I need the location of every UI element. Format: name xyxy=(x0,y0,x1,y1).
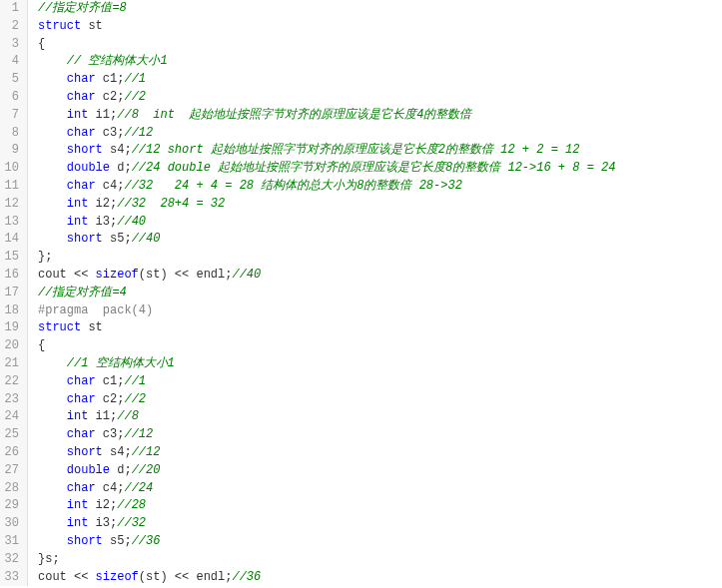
code-token: { xyxy=(38,338,45,352)
code-line: }; xyxy=(38,249,722,267)
code-line: char c1;//1 xyxy=(38,71,722,89)
line-number: 14 xyxy=(4,231,19,249)
code-line: //1 空结构体大小1 xyxy=(38,355,722,373)
code-token: //12 xyxy=(132,445,161,459)
line-number-gutter: 1234567891011121314151617181920212223242… xyxy=(0,0,28,586)
code-line: //指定对齐值=4 xyxy=(38,285,722,302)
code-line: short s5;//40 xyxy=(38,231,722,249)
code-line: short s5;//36 xyxy=(38,533,722,551)
code-token xyxy=(38,143,67,157)
code-token: c1; xyxy=(96,374,125,388)
line-number: 29 xyxy=(4,497,19,515)
code-token xyxy=(38,179,67,193)
code-token: //32 24 + 4 = 28 结构体的总大小为8的整数倍 28->32 xyxy=(124,179,461,193)
line-number: 26 xyxy=(4,444,19,462)
code-token: d; xyxy=(110,463,132,477)
line-number: 1 xyxy=(4,0,19,18)
line-number: 17 xyxy=(4,285,19,302)
code-token: short xyxy=(67,143,103,157)
code-token xyxy=(38,534,67,548)
code-line: struct st xyxy=(38,319,722,337)
code-line: double d;//20 xyxy=(38,462,722,480)
code-token xyxy=(38,392,67,406)
code-line: int i3;//40 xyxy=(38,214,722,232)
code-line: int i2;//28 xyxy=(38,497,722,515)
code-token xyxy=(38,108,67,122)
code-token: struct xyxy=(38,320,81,334)
code-line: char c2;//2 xyxy=(38,89,722,107)
code-line: { xyxy=(38,337,722,355)
code-token: sizeof xyxy=(96,268,139,282)
line-number: 3 xyxy=(4,36,19,54)
line-number: 9 xyxy=(4,142,19,160)
code-token: //36 xyxy=(132,534,161,548)
code-token: int xyxy=(67,197,89,211)
code-token: char xyxy=(67,481,96,495)
line-number: 16 xyxy=(4,267,19,285)
line-number: 12 xyxy=(4,196,19,214)
code-line: int i1;//8 int 起始地址按照字节对齐的原理应该是它长度4的整数倍 xyxy=(38,107,722,125)
code-token xyxy=(38,215,67,229)
code-token xyxy=(38,197,67,211)
code-line: cout << sizeof(st) << endl;//40 xyxy=(38,267,722,285)
code-line: { xyxy=(38,36,722,54)
line-number: 2 xyxy=(4,18,19,36)
code-line: char c4;//24 xyxy=(38,480,722,498)
code-token: //12 xyxy=(124,126,153,140)
code-token: char xyxy=(67,90,96,104)
code-token: //1 空结构体大小1 xyxy=(67,356,175,370)
code-token: cout << xyxy=(38,268,96,282)
code-token: i1; xyxy=(88,108,117,122)
code-token: //8 xyxy=(117,409,139,423)
code-token: s4; xyxy=(103,143,132,157)
code-token: char xyxy=(67,374,96,388)
code-token: //指定对齐值=8 xyxy=(38,1,127,15)
code-token: //20 xyxy=(132,463,161,477)
line-number: 31 xyxy=(4,533,19,551)
code-line: int i2;//32 28+4 = 32 xyxy=(38,196,722,214)
code-token: short xyxy=(67,232,103,246)
code-token: double xyxy=(67,161,110,175)
code-token: c3; xyxy=(96,126,125,140)
code-token: }; xyxy=(38,250,52,264)
code-line: char c2;//2 xyxy=(38,391,722,409)
line-number: 7 xyxy=(4,107,19,125)
code-token xyxy=(38,72,67,86)
code-token: i2; xyxy=(88,498,117,512)
code-token: double xyxy=(67,463,110,477)
code-token: c2; xyxy=(96,90,125,104)
code-token: //1 xyxy=(124,374,146,388)
line-number: 5 xyxy=(4,71,19,89)
code-token: short xyxy=(67,445,103,459)
line-number: 11 xyxy=(4,178,19,196)
code-token xyxy=(38,463,67,477)
line-number: 23 xyxy=(4,391,19,409)
code-token: //8 int 起始地址按照字节对齐的原理应该是它长度4的整数倍 xyxy=(117,108,471,122)
code-token: char xyxy=(67,72,96,86)
code-token: int xyxy=(67,498,89,512)
line-number: 8 xyxy=(4,125,19,143)
code-token xyxy=(38,481,67,495)
code-line: #pragma pack(4) xyxy=(38,302,722,320)
code-token xyxy=(38,90,67,104)
code-token: //40 xyxy=(117,215,146,229)
code-token: cout << xyxy=(38,570,96,584)
code-token: s4; xyxy=(103,445,132,459)
line-number: 4 xyxy=(4,53,19,71)
code-token xyxy=(38,516,67,530)
code-token: i1; xyxy=(88,409,117,423)
code-token: c4; xyxy=(96,481,125,495)
code-line: struct st xyxy=(38,18,722,36)
code-token: }s; xyxy=(38,552,60,566)
line-number: 19 xyxy=(4,319,19,337)
code-token xyxy=(38,427,67,441)
code-token: //1 xyxy=(124,72,146,86)
code-token: //36 xyxy=(232,570,261,584)
code-token xyxy=(38,498,67,512)
code-line: char c3;//12 xyxy=(38,426,722,444)
code-token: char xyxy=(67,392,96,406)
code-token: d; xyxy=(110,161,132,175)
code-token: char xyxy=(67,427,96,441)
line-number: 20 xyxy=(4,337,19,355)
code-token xyxy=(38,161,67,175)
